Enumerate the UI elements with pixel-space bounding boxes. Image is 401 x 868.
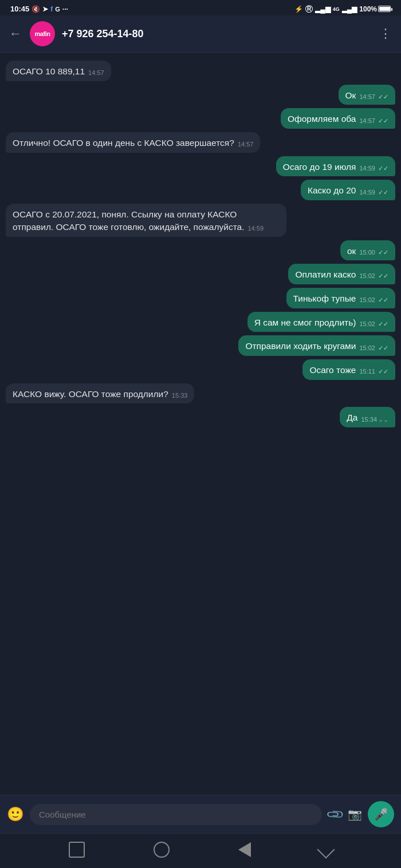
message-text: КАСКО вижу. ОСАГО тоже продлили? (13, 389, 168, 399)
message-row: Каско до 2014:59 ✓✓ (6, 180, 395, 200)
outgoing-bubble: Каско до 2014:59 ✓✓ (301, 180, 395, 200)
attach-button[interactable]: 📎 (325, 804, 345, 825)
message-row: Оформляем оба14:57 ✓✓ (6, 108, 395, 129)
message-checks: ✓✓ (376, 368, 388, 375)
message-time: 15:02 (359, 272, 375, 280)
outgoing-bubble: Осаго тоже15:11 ✓✓ (302, 359, 395, 380)
message-row: Отлично! ОСАГО в один день с КАСКО завер… (6, 132, 395, 153)
message-text: Отправили ходить кругами (245, 341, 356, 351)
outgoing-bubble: Осаго до 19 июля14:59 ✓✓ (276, 156, 395, 177)
menu-button[interactable]: ⋮ (379, 26, 392, 41)
message-text: Оформляем оба (288, 114, 356, 124)
outgoing-bubble: ок15:00 ✓✓ (340, 240, 395, 261)
message-time: 14:57 (359, 93, 375, 101)
message-time: 15:00 (359, 248, 375, 257)
outgoing-bubble: Оформляем оба14:57 ✓✓ (281, 108, 395, 129)
outgoing-bubble: Я сам не смог продлить)15:02 ✓✓ (247, 312, 395, 332)
outgoing-bubble: Тинькоф тупые15:02 ✓✓ (286, 288, 396, 308)
message-row: Ок14:57 ✓✓ (6, 85, 395, 105)
message-row: Тинькоф тупые15:02 ✓✓ (6, 288, 395, 308)
message-text: Отлично! ОСАГО в один день с КАСКО завер… (13, 138, 234, 148)
message-row: Осаго тоже15:11 ✓✓ (6, 359, 395, 380)
message-checks: ✓✓ (376, 165, 388, 172)
signal-bars-4g: 4G (333, 6, 340, 12)
message-input[interactable] (30, 804, 322, 825)
message-time: 15:02 (359, 344, 375, 352)
message-checks: ✓✓ (376, 272, 388, 279)
message-row: Отправили ходить кругами15:02 ✓✓ (6, 335, 395, 356)
message-text: ОСАГО с 20.07.2021, понял. Ссылку на опл… (13, 209, 245, 232)
dots-icon: ··· (62, 5, 68, 13)
message-text: Оплатил каско (295, 269, 356, 279)
message-time: 14:57 (88, 69, 104, 77)
message-row: КАСКО вижу. ОСАГО тоже продлили?15:33 (6, 383, 395, 404)
message-text: Тинькоф тупые (293, 294, 356, 303)
message-time: 15:11 (359, 367, 375, 376)
message-row: ок15:00 ✓✓ (6, 240, 395, 261)
message-text: Осаго тоже (309, 365, 356, 375)
message-checks: ✓✓ (376, 189, 388, 196)
message-text: Каско до 20 (308, 185, 356, 195)
message-text: Осаго до 19 июля (283, 162, 356, 172)
status-right: ⚡ R ▂▄▆ 4G ▂▄▆ 100% (294, 5, 391, 13)
location-icon: ➤ (42, 5, 48, 13)
nav-square-button[interactable] (69, 842, 85, 858)
outgoing-bubble: Отправили ходить кругами15:02 ✓✓ (238, 335, 395, 356)
contact-avatar: mafin (30, 21, 55, 46)
message-checks: ✓✓ (376, 249, 388, 256)
facebook-icon: f (50, 5, 53, 13)
emoji-button[interactable]: 🙂 (7, 806, 24, 822)
message-time: 14:57 (359, 117, 375, 125)
message-checks: ✓✓ (376, 93, 388, 100)
outgoing-bubble: Оплатил каско15:02 ✓✓ (288, 264, 395, 284)
input-bar: 🙂 📎 📷 🎤 (0, 795, 401, 833)
incoming-bubble: КАСКО вижу. ОСАГО тоже продлили?15:33 (6, 383, 194, 404)
registered-icon: R (305, 5, 313, 13)
battery-percent: 100% (359, 5, 377, 13)
message-row: ОСАГО 10 889,1114:57 (6, 61, 395, 81)
bluetooth-icon: ⚡ (294, 5, 303, 13)
message-row: Я сам не смог продлить)15:02 ✓✓ (6, 312, 395, 332)
message-time: 14:57 (238, 140, 254, 149)
message-row: Да15:34⌄⌄ (6, 407, 395, 427)
contact-name[interactable]: +7 926 254-14-80 (62, 28, 372, 40)
message-checks: ✓✓ (376, 117, 388, 124)
message-time: 15:02 (359, 320, 375, 328)
message-time: 15:33 (172, 391, 188, 400)
message-checks: ⌄⌄ (378, 416, 388, 423)
chat-header: ← mafin +7 926 254-14-80 ⋮ (0, 15, 401, 53)
incoming-bubble: Отлично! ОСАГО в один день с КАСКО завер… (6, 132, 260, 153)
message-text: Да (347, 413, 357, 422)
message-time: 14:59 (248, 224, 264, 233)
message-text: ок (347, 246, 356, 256)
outgoing-bubble: Да15:34⌄⌄ (340, 407, 395, 427)
message-text: Я сам не смог продлить) (254, 318, 356, 327)
nav-home-button[interactable] (154, 842, 170, 858)
nav-down-button[interactable] (317, 841, 335, 858)
message-row: Осаго до 19 июля14:59 ✓✓ (6, 156, 395, 177)
nav-bar (0, 833, 401, 868)
message-time: 14:59 (359, 164, 375, 173)
message-row: Оплатил каско15:02 ✓✓ (6, 264, 395, 284)
nav-back-button[interactable] (238, 842, 251, 857)
message-time: 14:59 (359, 188, 375, 197)
back-button[interactable]: ← (9, 26, 22, 41)
incoming-bubble: ОСАГО 10 889,1114:57 (6, 61, 111, 81)
message-row: ОСАГО с 20.07.2021, понял. Ссылку на опл… (6, 204, 395, 236)
camera-button[interactable]: 📷 (348, 807, 362, 821)
message-checks: ✓✓ (376, 344, 388, 351)
signal-bars-2: ▂▄▆ (342, 5, 357, 13)
message-checks: ✓✓ (376, 320, 388, 327)
message-time: 15:34 (361, 415, 377, 424)
status-left: 10:45 🔇 ➤ f G ··· (10, 5, 68, 13)
mic-button[interactable]: 🎤 (368, 801, 394, 827)
mute-icon: 🔇 (32, 5, 40, 13)
message-text: ОСАГО 10 889,11 (13, 66, 85, 76)
incoming-bubble: ОСАГО с 20.07.2021, понял. Ссылку на опл… (6, 204, 286, 236)
message-text: Ок (345, 90, 356, 100)
avatar-text: mafin (35, 30, 50, 37)
google-icon: G (55, 6, 60, 13)
battery-icon (378, 6, 391, 12)
chat-area: ОСАГО 10 889,1114:57Ок14:57 ✓✓Оформляем … (0, 53, 401, 795)
time: 10:45 (10, 5, 29, 13)
